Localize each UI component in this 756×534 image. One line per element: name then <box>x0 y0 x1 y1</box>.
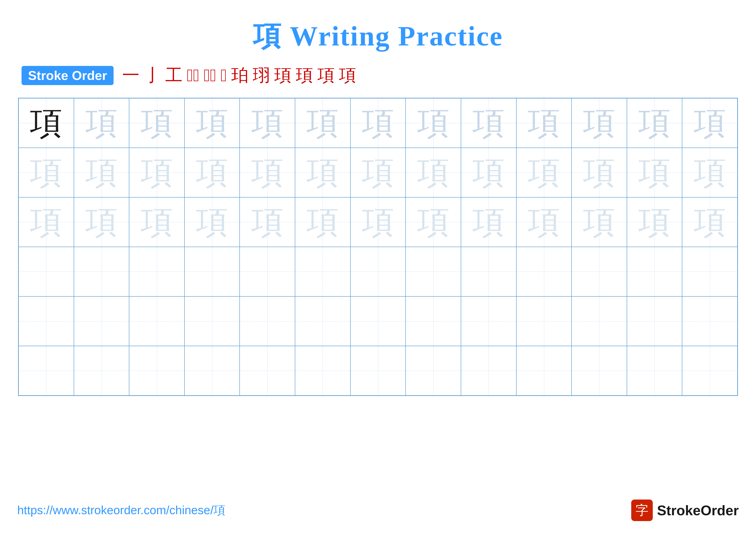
page-title: 項 Writing Practice <box>253 17 503 55</box>
grid-cell-r2c9[interactable]: 項 <box>461 148 516 197</box>
grid-cell-r4c3[interactable] <box>129 247 184 296</box>
page-content: 項 Writing Practice Stroke Order 一 亅 工 工̄… <box>0 0 756 534</box>
grid-cell-r1c10[interactable]: 項 <box>516 98 572 148</box>
grid-cell-r6c1[interactable] <box>18 346 74 395</box>
grid-cell-r4c5[interactable] <box>240 247 295 296</box>
grid-cell-r6c3[interactable] <box>129 346 184 395</box>
grid-cell-r3c3[interactable]: 項 <box>129 197 184 247</box>
grid-cell-r1c11[interactable]: 項 <box>572 98 627 148</box>
footer-logo: 字 StrokeOrder <box>631 499 739 521</box>
grid-cell-r3c11[interactable]: 項 <box>572 197 627 247</box>
logo-char: 字 <box>635 502 648 519</box>
grid-cell-r6c9[interactable] <box>461 346 516 395</box>
grid-cell-r1c2[interactable]: 項 <box>74 98 129 148</box>
grid-cell-r1c5[interactable]: 項 <box>240 98 295 148</box>
grid-cell-r4c10[interactable] <box>516 247 572 296</box>
grid-cell-r6c13[interactable] <box>682 346 738 395</box>
grid-cell-r3c9[interactable]: 項 <box>461 197 516 247</box>
stroke-order-badge: Stroke Order <box>21 66 114 85</box>
stroke-10: 頊 <box>296 64 313 87</box>
stroke-7: 珀 <box>231 64 249 87</box>
grid-cell-r3c1[interactable]: 項 <box>18 197 74 247</box>
stroke-9: 頊 <box>274 64 292 87</box>
grid-cell-r3c4[interactable]: 項 <box>184 197 240 247</box>
footer-url: https://www.strokeorder.com/chinese/項 <box>17 502 226 518</box>
grid-cell-r3c2[interactable]: 項 <box>74 197 129 247</box>
practice-grid: 項 項 項 項 項 項 項 項 項 項 項 項 項 項 項 項 項 項 項 項 … <box>18 98 738 396</box>
grid-cell-r6c12[interactable] <box>627 346 682 395</box>
grid-cell-r1c4[interactable]: 項 <box>184 98 240 148</box>
grid-cell-r2c13[interactable]: 項 <box>682 148 738 197</box>
footer: https://www.strokeorder.com/chinese/項 字 … <box>17 499 739 521</box>
grid-cell-r1c8[interactable]: 項 <box>406 98 461 148</box>
stroke-3: 工 <box>165 64 182 87</box>
grid-cell-r5c6[interactable] <box>295 296 350 346</box>
grid-cell-r1c7[interactable]: 項 <box>350 98 406 148</box>
grid-cell-r2c10[interactable]: 項 <box>516 148 572 197</box>
grid-cell-r4c11[interactable] <box>572 247 627 296</box>
stroke-12: 項 <box>339 64 356 87</box>
grid-cell-r3c13[interactable]: 項 <box>682 197 738 247</box>
grid-cell-r1c3[interactable]: 項 <box>129 98 184 148</box>
grid-cell-r1c6[interactable]: 項 <box>295 98 350 148</box>
stroke-4: 工̄ <box>187 66 199 85</box>
grid-cell-r4c2[interactable] <box>74 247 129 296</box>
grid-cell-r3c6[interactable]: 項 <box>295 197 350 247</box>
grid-cell-r2c12[interactable]: 項 <box>627 148 682 197</box>
grid-cell-r4c9[interactable] <box>461 247 516 296</box>
grid-cell-r2c8[interactable]: 項 <box>406 148 461 197</box>
grid-cell-r6c6[interactable] <box>295 346 350 395</box>
grid-cell-r2c7[interactable]: 項 <box>350 148 406 197</box>
grid-cell-r2c1[interactable]: 項 <box>18 148 74 197</box>
grid-cell-r5c2[interactable] <box>74 296 129 346</box>
grid-cell-r4c12[interactable] <box>627 247 682 296</box>
grid-cell-r5c1[interactable] <box>18 296 74 346</box>
stroke-6: 𰕁 <box>221 66 227 85</box>
grid-cell-r3c10[interactable]: 項 <box>516 197 572 247</box>
grid-cell-r4c1[interactable] <box>18 247 74 296</box>
stroke-5: 𠃊工 <box>204 66 216 85</box>
grid-cell-r3c5[interactable]: 項 <box>240 197 295 247</box>
grid-cell-r6c10[interactable] <box>516 346 572 395</box>
grid-cell-r4c4[interactable] <box>184 247 240 296</box>
grid-cell-r2c6[interactable]: 項 <box>295 148 350 197</box>
grid-cell-r6c2[interactable] <box>74 346 129 395</box>
grid-cell-r3c7[interactable]: 項 <box>350 197 406 247</box>
grid-cell-r6c8[interactable] <box>406 346 461 395</box>
grid-cell-r6c7[interactable] <box>350 346 406 395</box>
grid-cell-r5c4[interactable] <box>184 296 240 346</box>
grid-cell-r3c8[interactable]: 項 <box>406 197 461 247</box>
grid-cell-r5c7[interactable] <box>350 296 406 346</box>
grid-cell-r5c9[interactable] <box>461 296 516 346</box>
grid-cell-r2c4[interactable]: 項 <box>184 148 240 197</box>
stroke-order-row: Stroke Order 一 亅 工 工̄ 𠃊工 𰕁 珀 珝 頊 頊 項 項 <box>17 64 739 87</box>
grid-cell-r6c11[interactable] <box>572 346 627 395</box>
grid-cell-r3c12[interactable]: 項 <box>627 197 682 247</box>
grid-cell-r5c12[interactable] <box>627 296 682 346</box>
grid-cell-r2c2[interactable]: 項 <box>74 148 129 197</box>
grid-cell-r5c13[interactable] <box>682 296 738 346</box>
grid-cell-r4c7[interactable] <box>350 247 406 296</box>
grid-cell-r1c9[interactable]: 項 <box>461 98 516 148</box>
grid-cell-r6c4[interactable] <box>184 346 240 395</box>
grid-cell-r1c13[interactable]: 項 <box>682 98 738 148</box>
grid-cell-r4c8[interactable] <box>406 247 461 296</box>
grid-cell-r5c8[interactable] <box>406 296 461 346</box>
grid-cell-r6c5[interactable] <box>240 346 295 395</box>
stroke-1: 一 <box>122 64 139 87</box>
grid-cell-r1c1[interactable]: 項 <box>18 98 74 148</box>
grid-cell-r2c3[interactable]: 項 <box>129 148 184 197</box>
stroke-2: 亅 <box>144 64 161 87</box>
grid-cell-r5c5[interactable] <box>240 296 295 346</box>
grid-cell-r4c13[interactable] <box>682 247 738 296</box>
grid-cell-r1c12[interactable]: 項 <box>627 98 682 148</box>
grid-cell-r2c11[interactable]: 項 <box>572 148 627 197</box>
grid-cell-r5c3[interactable] <box>129 296 184 346</box>
grid-cell-r5c11[interactable] <box>572 296 627 346</box>
stroke-8: 珝 <box>253 64 270 87</box>
grid-cell-r5c10[interactable] <box>516 296 572 346</box>
logo-text: StrokeOrder <box>657 502 739 519</box>
grid-cell-r4c6[interactable] <box>295 247 350 296</box>
grid-cell-r2c5[interactable]: 項 <box>240 148 295 197</box>
stroke-11: 項 <box>317 64 335 87</box>
